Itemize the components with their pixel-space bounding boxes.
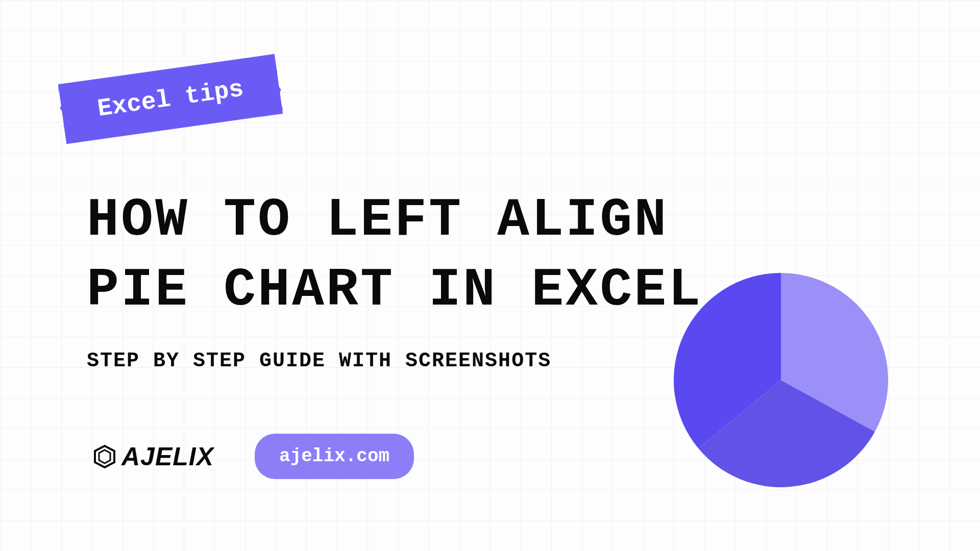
- page-subtitle: STEP BY STEP GUIDE WITH SCREENSHOTS: [87, 349, 551, 372]
- pie-chart-illustration: [674, 273, 888, 487]
- logo-icon: [92, 444, 117, 469]
- website-url-pill: ajelix.com: [255, 434, 414, 479]
- headline-line-2: PIE CHART IN EXCEL: [87, 260, 702, 321]
- page-title: HOW TO LEFT ALIGN PIE CHART IN EXCEL: [87, 186, 702, 325]
- brand-logo: AJELIX: [92, 442, 214, 471]
- url-text: ajelix.com: [279, 446, 389, 467]
- badge-label: Excel tips: [96, 75, 246, 123]
- footer-branding: AJELIX ajelix.com: [92, 434, 414, 479]
- brand-name: AJELIX: [121, 442, 214, 471]
- headline-line-1: HOW TO LEFT ALIGN: [87, 190, 668, 251]
- svg-marker-1: [99, 450, 110, 463]
